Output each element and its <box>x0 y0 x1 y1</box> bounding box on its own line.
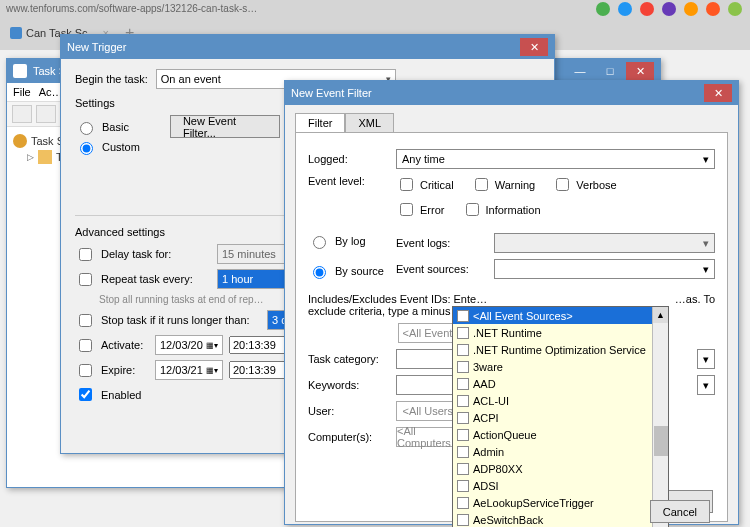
dropdown-item[interactable]: AeLookupServiceTrigger <box>453 494 668 511</box>
bylog-radio[interactable] <box>313 236 326 249</box>
ext-icon[interactable] <box>684 2 698 16</box>
dropdown-item[interactable]: ADSI <box>453 477 668 494</box>
eventlogs-label: Event logs: <box>396 237 486 249</box>
menu-file[interactable]: File <box>13 86 31 98</box>
checkbox-icon[interactable] <box>457 480 469 492</box>
error-checkbox[interactable] <box>400 203 413 216</box>
basic-radio-row[interactable]: Basic <box>75 119 140 135</box>
dropdown-item-selected[interactable]: <All Event Sources> <box>453 307 668 324</box>
ext-icon[interactable] <box>728 2 742 16</box>
ext-icon[interactable] <box>596 2 610 16</box>
custom-radio-row[interactable]: Custom <box>75 139 140 155</box>
titlebar[interactable]: New Trigger ✕ <box>61 35 554 59</box>
checkbox-icon[interactable] <box>457 412 469 424</box>
checkbox-icon[interactable] <box>457 497 469 509</box>
stop-longer-checkbox[interactable] <box>79 314 92 327</box>
scroll-thumb[interactable] <box>654 426 668 456</box>
eventsources-label: Event sources: <box>396 263 486 275</box>
scroll-up-icon[interactable]: ▲ <box>653 307 668 323</box>
checkbox-icon[interactable] <box>457 310 469 322</box>
window-title: New Event Filter <box>291 87 702 99</box>
activate-date-field[interactable]: 12/03/20▦▾ <box>155 335 223 355</box>
expire-date-field[interactable]: 12/03/21▦▾ <box>155 360 223 380</box>
menu-action[interactable]: Ac… <box>39 86 63 98</box>
ext-icon[interactable] <box>662 2 676 16</box>
bylog-radio-row[interactable]: By log <box>308 233 388 249</box>
toolbar-button[interactable] <box>36 105 56 123</box>
ext-icon[interactable] <box>640 2 654 16</box>
close-button[interactable]: ✕ <box>626 62 654 80</box>
logged-label: Logged: <box>308 153 388 165</box>
checkbox-icon[interactable] <box>457 378 469 390</box>
scrollbar[interactable]: ▲ ▼ <box>652 307 668 527</box>
checkbox-icon[interactable] <box>457 395 469 407</box>
expire-time-field[interactable] <box>229 361 285 379</box>
dropdown-item[interactable]: AAD <box>453 375 668 392</box>
delay-label: Delay task for: <box>101 248 211 260</box>
activate-checkbox[interactable] <box>79 339 92 352</box>
critical-checkbox[interactable] <box>400 178 413 191</box>
tab-xml[interactable]: XML <box>345 113 394 132</box>
logged-select[interactable]: Any time ▾ <box>396 149 715 169</box>
activate-time-field[interactable] <box>229 336 285 354</box>
verbose-checkbox[interactable] <box>556 178 569 191</box>
checkbox-icon[interactable] <box>457 344 469 356</box>
maximize-button[interactable]: □ <box>596 62 624 80</box>
expire-label: Expire: <box>101 364 149 376</box>
item-label: ActionQueue <box>473 429 537 441</box>
expire-checkbox[interactable] <box>79 364 92 377</box>
cancel-button[interactable]: Cancel <box>650 500 710 523</box>
favicon-icon <box>10 27 22 39</box>
toolbar-button[interactable] <box>12 105 32 123</box>
checkbox-icon[interactable] <box>457 361 469 373</box>
ids-help-3: …as. To <box>675 293 715 305</box>
folder-icon <box>38 150 52 164</box>
dropdown-item[interactable]: AeSwitchBack <box>453 511 668 527</box>
ext-icon[interactable] <box>618 2 632 16</box>
dropdown-item[interactable]: ACPI <box>453 409 668 426</box>
dropdown-button[interactable]: ▾ <box>697 375 715 395</box>
custom-radio[interactable] <box>80 142 93 155</box>
dropdown-item[interactable]: ActionQueue <box>453 426 668 443</box>
ext-icon[interactable] <box>706 2 720 16</box>
dropdown-item[interactable]: Admin <box>453 443 668 460</box>
new-event-filter-button[interactable]: New Event Filter... <box>170 115 280 138</box>
dropdown-item[interactable]: 3ware <box>453 358 668 375</box>
checkbox-icon[interactable] <box>457 446 469 458</box>
eventsources-dropdown[interactable]: <All Event Sources> .NET Runtime.NET Run… <box>452 306 669 527</box>
eventlogs-select[interactable]: ▾ <box>494 233 715 253</box>
chevron-down-icon: ▾ <box>703 379 709 392</box>
delay-checkbox[interactable] <box>79 248 92 261</box>
eventsources-select[interactable]: ▾ <box>494 259 715 279</box>
tab-filter[interactable]: Filter <box>295 113 345 132</box>
bysource-radio[interactable] <box>313 266 326 279</box>
titlebar[interactable]: New Event Filter ✕ <box>285 81 738 105</box>
radio-label: Custom <box>102 141 140 153</box>
dropdown-item[interactable]: ADP80XX <box>453 460 668 477</box>
close-button[interactable]: ✕ <box>704 84 732 102</box>
taskcat-label: Task category: <box>308 353 388 365</box>
dropdown-item[interactable]: .NET Runtime Optimization Service <box>453 341 668 358</box>
new-event-filter-dialog: New Event Filter ✕ Filter XML Logged: An… <box>284 80 739 525</box>
calendar-icon: ▦▾ <box>206 366 218 375</box>
ids-help-1: Includes/Excludes Event IDs: Ente… <box>308 293 669 305</box>
bysource-radio-row[interactable]: By source <box>308 263 388 279</box>
warning-checkbox[interactable] <box>475 178 488 191</box>
item-label: AAD <box>473 378 496 390</box>
repeat-label: Repeat task every: <box>101 273 211 285</box>
checkbox-icon[interactable] <box>457 429 469 441</box>
minimize-button[interactable]: — <box>566 62 594 80</box>
checkbox-icon[interactable] <box>457 463 469 475</box>
repeat-checkbox[interactable] <box>79 273 92 286</box>
checkbox-icon[interactable] <box>457 514 469 526</box>
close-button[interactable]: ✕ <box>520 38 548 56</box>
information-checkbox[interactable] <box>466 203 479 216</box>
calendar-icon: ▦▾ <box>206 341 218 350</box>
dropdown-item[interactable]: ACL-UI <box>453 392 668 409</box>
enabled-checkbox[interactable] <box>79 388 92 401</box>
expand-icon[interactable]: ▷ <box>27 152 34 162</box>
dropdown-item[interactable]: .NET Runtime <box>453 324 668 341</box>
basic-radio[interactable] <box>80 122 93 135</box>
checkbox-icon[interactable] <box>457 327 469 339</box>
dropdown-button[interactable]: ▾ <box>697 349 715 369</box>
